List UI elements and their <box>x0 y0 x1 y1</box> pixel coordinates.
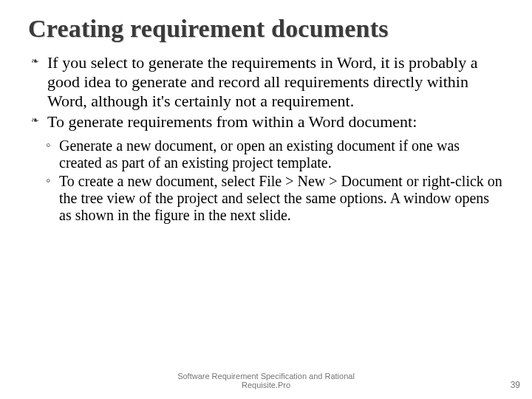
list-item: To create a new document, select File > … <box>46 173 504 224</box>
slide: Creating requirement documents If you se… <box>0 0 532 399</box>
list-item: To generate requirements from within a W… <box>33 112 504 132</box>
list-item: Generate a new document, or open an exis… <box>46 137 504 171</box>
slide-footer: Software Requirement Specification and R… <box>0 368 532 390</box>
page-number: 39 <box>511 380 520 390</box>
bullet-list-level2: Generate a new document, or open an exis… <box>28 137 504 224</box>
slide-title: Creating requirement documents <box>28 15 504 43</box>
list-item: If you select to generate the requiremen… <box>33 53 504 111</box>
bullet-list-level1: If you select to generate the requiremen… <box>28 53 504 132</box>
footer-text: Software Requirement Specification and R… <box>177 372 355 390</box>
